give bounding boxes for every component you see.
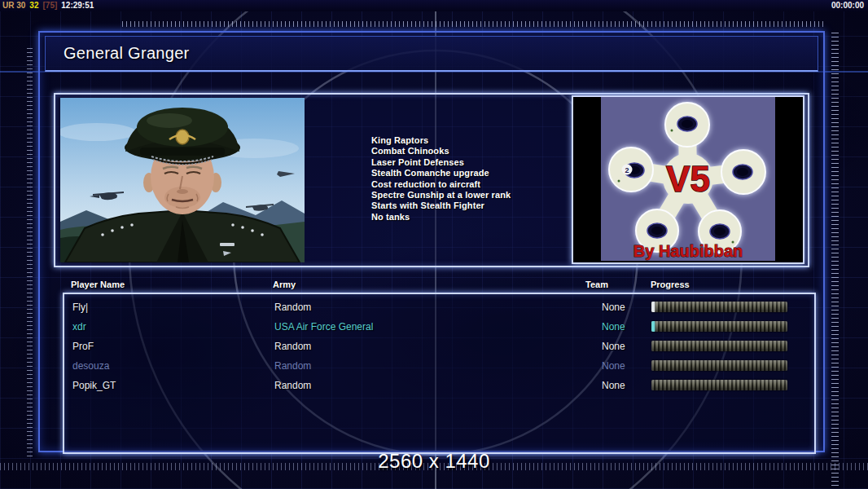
ability-item: Starts with Stealth Fighter [371, 200, 511, 211]
map-preview-image: 2 V5 By Haubibban [573, 97, 803, 261]
player-list-panel: Fly| Random None xdr USA Air Force Gener… [63, 293, 816, 454]
player-army: Random [274, 380, 311, 391]
map-version-label: V5 [666, 159, 710, 199]
match-timer: 00:00:00 [831, 0, 864, 11]
player-team: None [602, 380, 625, 391]
ability-item: Laser Point Defenses [371, 157, 511, 168]
ability-item: Spectre Gunship at a lower rank [371, 190, 511, 200]
player-table-header: Player Name Army Team Progress [63, 280, 820, 293]
map-author-label: By Haubibban [633, 242, 743, 260]
ruler-left [27, 46, 33, 456]
name-badge [220, 243, 235, 246]
player-name: xdr [72, 321, 86, 333]
player-team: None [602, 321, 625, 333]
connection-indicator: UR 30 [2, 1, 25, 10]
player-row: Popik_GT Random None [64, 376, 814, 395]
load-progress-bar [651, 380, 787, 390]
cap-emblem [176, 130, 189, 144]
player-army: Random [274, 302, 311, 313]
ability-item: King Raptors [371, 135, 511, 146]
player-name: ProF [72, 341, 94, 352]
load-progress-bar [651, 360, 787, 371]
latency-value: [75] [42, 1, 57, 10]
map-preview: 2 V5 By Haubibban [572, 95, 804, 264]
player-name: Fly| [72, 302, 88, 313]
ability-item: Combat Chinooks [371, 146, 511, 156]
player-row: xdr USA Air Force General None [64, 317, 814, 337]
load-progress-bar [651, 341, 787, 351]
player-name: Popik_GT [72, 380, 116, 391]
column-header-progress: Progress [651, 280, 690, 289]
column-header-player-name: Player Name [71, 280, 125, 289]
player-name: desouza [72, 360, 109, 372]
player-army: USA Air Force General [274, 321, 373, 333]
general-portrait [60, 98, 305, 262]
page-title: General Granger [64, 37, 190, 69]
load-progress-bar [651, 321, 787, 332]
screen-header: General Granger [45, 36, 818, 72]
player-row: Fly| Random None [64, 297, 814, 317]
progress-fill [651, 302, 655, 312]
player-row: desouza Random None [64, 356, 814, 376]
ability-item: Stealth Comanche upgrade [371, 168, 511, 178]
player-slot-badge: 2 [625, 166, 629, 174]
abilities-list: King Raptors Combat Chinooks Laser Point… [371, 135, 511, 222]
ruler-top [122, 21, 824, 27]
player-team: None [602, 341, 625, 352]
lobby-panel: General Granger [38, 31, 825, 452]
general-info-panel: King Raptors Combat Chinooks Laser Point… [54, 93, 809, 267]
clock: 12:29:51 [61, 1, 94, 10]
player-row: ProF Random None [64, 337, 814, 356]
ability-item: Cost reduction to aircraft [371, 179, 511, 190]
column-header-army: Army [273, 280, 296, 289]
ability-item: No tanks [371, 212, 511, 222]
status-bar: UR 3032[75]12:29:51 00:00:00 [0, 0, 868, 11]
resolution-label: 2560 x 1440 [0, 450, 868, 473]
player-army: Random [274, 360, 311, 372]
column-header-team: Team [585, 280, 608, 289]
progress-fill [651, 321, 655, 332]
ruler-right [831, 29, 839, 486]
player-team: None [602, 302, 625, 313]
player-team: None [602, 360, 625, 372]
fps-value: 32 [29, 1, 38, 10]
load-progress-bar [651, 302, 787, 312]
player-army: Random [274, 341, 311, 352]
